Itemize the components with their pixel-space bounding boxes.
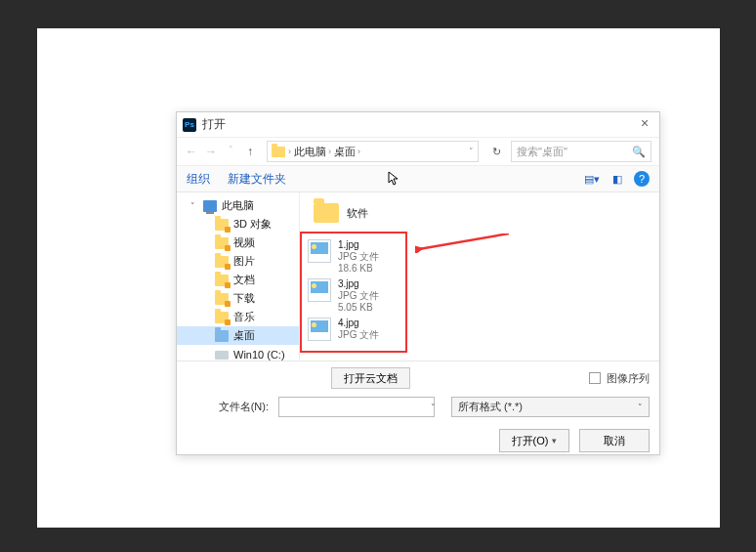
path-breadcrumb[interactable]: › 此电脑› 桌面› ˅ [267,141,479,162]
help-icon[interactable]: ? [634,171,650,187]
folder-icon [314,203,339,223]
sidebar-item-label: 此电脑 [222,198,254,213]
sidebar-icon [215,275,229,286]
photoshop-icon [183,118,196,132]
sidebar-item[interactable]: Win10 (C:) [177,345,299,361]
filename-label: 文件名(N): [187,400,273,414]
back-icon[interactable]: ← [185,145,198,158]
sidebar-item-label: 下载 [233,291,255,306]
list-item[interactable]: 1.jpgJPG 文件18.6 KB [308,239,399,275]
list-item[interactable]: 4.jpgJPG 文件 [308,318,399,341]
filename-input[interactable] [278,397,435,417]
sidebar-icon [215,219,229,231]
sidebar-item-label: 桌面 [233,328,255,343]
sidebar-item[interactable]: 视频 [177,234,299,252]
sidebar-item[interactable]: 图片 [177,252,299,271]
sidebar-item[interactable]: 下载 [177,289,299,308]
path-segment[interactable]: 此电脑› [294,145,331,159]
chevron-down-icon: ˅ [638,403,643,412]
sidebar-icon [203,200,217,212]
svg-line-0 [419,234,509,249]
file-meta: 3.jpgJPG 文件5.05 KB [338,278,379,314]
forward-icon[interactable]: → [204,145,218,158]
sidebar-icon [215,312,229,323]
sidebar-icon [215,293,229,305]
file-format-select[interactable]: 所有格式 (*.*) ˅ [451,397,650,417]
dialog-body: ˅此电脑3D 对象视频图片文档下载音乐桌面Win10 (C:) 软件 1.jpg… [177,192,659,361]
search-input[interactable]: 搜索"桌面" 🔍 [511,141,651,162]
file-meta: 1.jpgJPG 文件18.6 KB [338,239,379,275]
dialog-title: 打开 [202,116,636,133]
close-icon[interactable]: × [636,116,653,134]
image-sequence-label: 图像序列 [607,371,650,386]
expand-icon[interactable]: ˅ [190,201,198,211]
sidebar-item[interactable]: 音乐 [177,308,299,326]
button-row: 打开(O)▾ 取消 [187,429,650,452]
new-folder-button[interactable]: 新建文件夹 [228,171,286,188]
nav-row: ← → ˅ ↑ › 此电脑› 桌面› ˅ ↻ 搜索"桌面" 🔍 [177,138,659,165]
cancel-button[interactable]: 取消 [579,429,650,452]
filename-row: 文件名(N): ˅ 所有格式 (*.*) ˅ [187,397,650,417]
chevron-down-icon: ▾ [552,436,557,446]
file-meta: 4.jpgJPG 文件 [338,318,379,341]
sidebar-item-label: 图片 [233,254,255,269]
toolbar: 组织 新建文件夹 ▤▾ ◧ ? [177,165,659,192]
sidebar-item-label: 视频 [233,235,255,250]
list-item[interactable]: 3.jpgJPG 文件5.05 KB [308,278,399,314]
preview-pane-icon[interactable]: ◧ [609,172,626,186]
image-thumbnail-icon [308,318,331,341]
sidebar-icon [215,330,229,342]
file-pane[interactable]: 软件 1.jpgJPG 文件18.6 KB3.jpgJPG 文件5.05 KB4… [300,192,659,361]
sidebar-icon [215,351,229,360]
refresh-icon[interactable]: ↻ [492,146,501,158]
organize-menu[interactable]: 组织 [187,171,210,188]
sidebar-icon [215,237,229,249]
sidebar: ˅此电脑3D 对象视频图片文档下载音乐桌面Win10 (C:) [177,192,300,361]
filename-dropdown-icon[interactable]: ˅ [426,403,440,412]
folder-icon [272,147,285,157]
open-file-dialog: 打开 × ← → ˅ ↑ › 此电脑› 桌面› ˅ ↻ 搜索"桌面" 🔍 组织 … [176,111,660,455]
image-sequence-option[interactable]: 图像序列 [589,367,650,389]
caret-icon: › [288,147,291,156]
open-cloud-docs-button[interactable]: 打开云文档 [331,367,410,389]
sidebar-item[interactable]: ˅此电脑 [177,196,299,215]
search-placeholder: 搜索"桌面" [517,145,567,159]
sidebar-item-label: 文档 [233,273,255,287]
history-dropdown-icon[interactable]: ˅ [224,145,237,158]
titlebar: 打开 × [177,112,659,138]
highlight-annotation: 1.jpgJPG 文件18.6 KB3.jpgJPG 文件5.05 KB4.jp… [300,232,407,353]
path-dropdown-icon[interactable]: ˅ [469,147,474,156]
checkbox-icon[interactable] [589,372,601,384]
view-mode-icon[interactable]: ▤▾ [583,172,601,186]
sidebar-icon [215,256,229,268]
up-icon[interactable]: ↑ [243,145,257,158]
sidebar-item-label: 音乐 [233,310,255,324]
search-icon: 🔍 [632,146,646,158]
path-segment[interactable]: 桌面› [334,145,360,159]
open-button[interactable]: 打开(O)▾ [499,429,569,452]
arrow-annotation [415,234,513,253]
sidebar-item[interactable]: 3D 对象 [177,215,299,234]
image-thumbnail-icon [308,239,331,263]
image-thumbnail-icon [308,278,331,302]
sidebar-item[interactable]: 文档 [177,271,299,289]
list-item[interactable]: 软件 [314,198,651,228]
folder-name: 软件 [347,206,368,221]
sidebar-item-label: 3D 对象 [233,217,272,232]
sidebar-item-label: Win10 (C:) [233,349,285,361]
lower-panel: 打开云文档 图像序列 文件名(N): ˅ 所有格式 (*.*) ˅ 打开(O)▾… [177,361,659,462]
sidebar-item[interactable]: 桌面 [177,326,299,345]
